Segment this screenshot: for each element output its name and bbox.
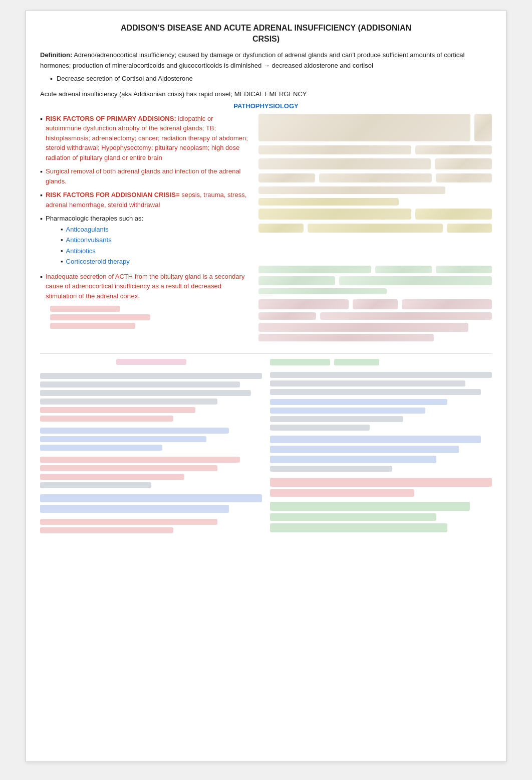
br-13 [270, 489, 414, 497]
bottom-right-section [270, 359, 492, 536]
pharmacologic-content: Pharmacologic therapies such as: ▪ Antic… [46, 214, 143, 268]
pink-section-3 [258, 323, 492, 332]
br-12 [270, 478, 492, 487]
bl-10 [40, 457, 240, 463]
bullet-icon-1: ▪ [50, 74, 53, 84]
risk-icon-3: ▪ [40, 190, 43, 210]
sub-icon-2: ▪ [61, 235, 63, 245]
img-block-1 [258, 114, 470, 141]
bottom-sub-area-2 [40, 457, 262, 488]
pink-block-4 [258, 312, 316, 320]
risk-addisonian-content: RISK FACTORS FOR ADDISONIAN CRISIS= seps… [46, 190, 250, 210]
risk-primary-item: ▪ RISK FACTORS OF PRIMARY ADDISIONS: idi… [40, 114, 250, 163]
inadequate-acth-text: Inadequate secretion of ACTH from the pi… [46, 272, 250, 301]
bl-8 [40, 436, 206, 442]
risk-surgical-item: ▪ Surgical removal of both adrenal gland… [40, 166, 250, 186]
bl-16 [40, 519, 217, 525]
yellow-section [258, 198, 492, 206]
bottom-title-line [116, 359, 186, 365]
br-sub-area-1 [270, 399, 492, 431]
bullet-cortisol: ▪ Decrease secretion of Cortisol and Ald… [50, 74, 492, 84]
acute-line: Acute adrenal insufficiency (aka Addison… [40, 89, 492, 99]
risk-icon-2: ▪ [40, 166, 43, 186]
br-15 [270, 513, 436, 521]
br-title-1 [270, 359, 330, 365]
main-page: ADDISON'S DISEASE AND ACUTE ADRENAL INSU… [26, 10, 506, 762]
pink-block-1 [258, 299, 349, 309]
pink-section-4 [258, 334, 492, 341]
right-img-row-1 [258, 114, 492, 141]
br-2 [270, 380, 465, 386]
right-img-row-2 [258, 145, 492, 154]
two-col-layout: ▪ RISK FACTORS OF PRIMARY ADDISIONS: idi… [40, 114, 492, 343]
right-column [258, 114, 492, 343]
yellow-block-5 [308, 224, 443, 233]
blurred-line-1 [50, 306, 120, 312]
spacer-1 [258, 236, 492, 266]
bl-9 [40, 445, 162, 451]
pink-section-1 [258, 299, 492, 309]
sub-item-anticonvulsants: ▪ Anticonvulsants [61, 235, 143, 245]
page-title: ADDISON'S DISEASE AND ACUTE ADRENAL INSU… [40, 23, 492, 45]
definition-text: Definition: Adreno/adrenocortical insuff… [40, 50, 492, 71]
bottom-sub-area-3 [40, 494, 262, 513]
risk-surgical-text: Surgical removal of both adrenal glands … [46, 166, 250, 186]
img-block-10 [258, 186, 445, 194]
right-img-row-6 [258, 209, 492, 220]
right-img-row-7 [258, 224, 492, 233]
img-block-6 [435, 158, 492, 169]
br-8 [270, 436, 481, 443]
green-section-2 [258, 276, 492, 285]
bottom-sub-area-4 [40, 519, 262, 533]
risk-primary-label: RISK FACTORS OF PRIMARY ADDISIONS: [46, 115, 176, 122]
bottom-left-section [40, 359, 262, 536]
yellow-block-2 [258, 209, 411, 220]
green-block-2 [375, 266, 432, 273]
br-11 [270, 466, 392, 472]
green-block-6 [258, 288, 387, 294]
br-sub-area-2 [270, 436, 492, 472]
br-sub-area-3 [270, 478, 492, 497]
img-block-7 [258, 173, 315, 182]
risk-icon-1: ▪ [40, 114, 43, 163]
br-5 [270, 408, 425, 414]
risk-addisonian-label: RISK FACTORS FOR ADDISONIAN CRISIS= [46, 191, 180, 199]
bl-15 [40, 505, 229, 513]
blurred-line-3 [50, 323, 135, 329]
sub-items-list: ▪ Anticoagulants ▪ Anticonvulsants ▪ Ant… [61, 225, 143, 267]
sub-item-antibiotics: ▪ Antibiotics [61, 246, 143, 256]
yellow-block-1 [258, 198, 399, 206]
br-10 [270, 456, 436, 463]
br-1 [270, 372, 492, 378]
bl-4 [40, 399, 217, 405]
blurred-line-2 [50, 314, 150, 320]
bl-1 [40, 373, 262, 379]
sub-label-anticonvulsants: Anticonvulsants [66, 235, 112, 245]
br-6 [270, 416, 403, 422]
left-column: ▪ RISK FACTORS OF PRIMARY ADDISIONS: idi… [40, 114, 250, 343]
green-section-1 [258, 266, 492, 273]
img-block-2 [474, 114, 492, 141]
green-section-3 [258, 288, 492, 294]
bl-5 [40, 407, 195, 413]
bottom-sub-area [40, 428, 262, 451]
risk-primary-content: RISK FACTORS OF PRIMARY ADDISIONS: idiop… [46, 114, 250, 163]
risk-addisonian-item: ▪ RISK FACTORS FOR ADDISONIAN CRISIS= se… [40, 190, 250, 210]
sub-label-antibiotics: Antibiotics [66, 246, 96, 256]
pink-block-6 [258, 323, 468, 332]
yellow-block-3 [415, 209, 492, 220]
br-14 [270, 502, 470, 511]
pharmacologic-label: Pharmacologic therapies such as: [46, 215, 143, 222]
blurred-text-area-left [50, 306, 250, 329]
right-img-row-4 [258, 173, 492, 182]
pink-block-7 [258, 334, 434, 341]
right-img-row-5 [258, 186, 492, 194]
bl-7 [40, 428, 229, 434]
img-block-5 [258, 158, 431, 169]
img-block-4 [415, 145, 492, 154]
img-block-8 [319, 173, 432, 182]
yellow-block-4 [258, 224, 304, 233]
pharmacologic-item: ▪ Pharmacologic therapies such as: ▪ Ant… [40, 214, 250, 268]
pink-block-2 [353, 299, 398, 309]
bl-14 [40, 494, 262, 502]
